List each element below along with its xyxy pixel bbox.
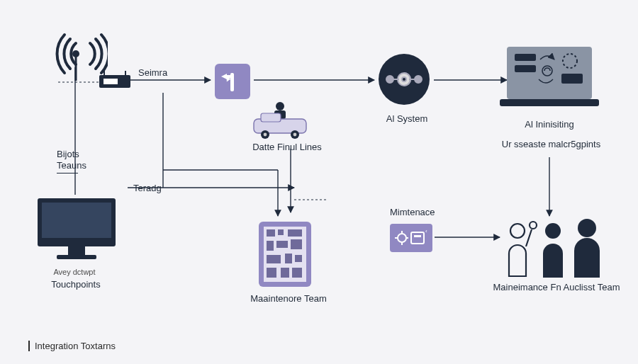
svg-point-52 bbox=[415, 76, 422, 83]
svg-rect-41 bbox=[291, 239, 302, 249]
svg-rect-57 bbox=[561, 74, 583, 84]
seimra-label: Seimra bbox=[138, 67, 167, 79]
laptop-label1: Al Ininisiting bbox=[510, 119, 588, 130]
footer-label: Integration Toxtarns bbox=[28, 341, 116, 351]
svg-rect-39 bbox=[267, 241, 274, 251]
svg-rect-43 bbox=[285, 254, 292, 263]
antenna-icon bbox=[44, 25, 108, 82]
diagram-canvas: Seimra Bijots Teauns Teradg Avey dctwpt … bbox=[0, 0, 638, 364]
svg-point-33 bbox=[293, 133, 297, 137]
tablet-label: Maaintenore Team bbox=[242, 293, 335, 305]
svg-rect-46 bbox=[281, 268, 289, 278]
svg-point-65 bbox=[510, 224, 525, 238]
maint-label: Mimtenace bbox=[390, 207, 435, 218]
svg-rect-21 bbox=[68, 246, 85, 255]
svg-rect-54 bbox=[500, 99, 599, 106]
laptop-icon bbox=[496, 42, 603, 113]
svg-point-67 bbox=[530, 222, 537, 229]
maint-panel-icon: ‹ bbox=[390, 224, 432, 252]
svg-rect-40 bbox=[276, 241, 288, 248]
team-label: Maineimance Fn Auclisst Team bbox=[482, 282, 631, 293]
monitor-icon bbox=[34, 195, 119, 266]
svg-rect-44 bbox=[295, 255, 302, 262]
svg-point-69 bbox=[578, 219, 596, 237]
direction-sign-icon bbox=[215, 64, 250, 99]
svg-point-26 bbox=[276, 102, 284, 110]
van-icon bbox=[248, 99, 312, 142]
svg-rect-29 bbox=[261, 113, 281, 122]
svg-rect-47 bbox=[292, 268, 302, 278]
svg-rect-16 bbox=[103, 79, 118, 84]
svg-rect-20 bbox=[42, 203, 111, 238]
svg-rect-56 bbox=[515, 65, 536, 72]
svg-line-66 bbox=[526, 229, 532, 246]
router-icon bbox=[99, 71, 132, 89]
svg-rect-55 bbox=[515, 54, 536, 61]
svg-rect-37 bbox=[278, 229, 284, 235]
monitor-touchpoints-label: Touchpoints bbox=[44, 279, 108, 290]
svg-rect-38 bbox=[288, 229, 302, 237]
ai-label: Al System bbox=[379, 113, 435, 125]
monitor-avey-label: Avey dctwpt bbox=[50, 268, 99, 278]
svg-point-51 bbox=[386, 76, 393, 83]
svg-rect-36 bbox=[267, 229, 275, 237]
tablet-icon bbox=[257, 220, 313, 290]
laptop-label2: Ur sseaste malcr5gpints bbox=[489, 139, 613, 150]
svg-rect-42 bbox=[267, 255, 281, 263]
van-label: Datte Finul Lines bbox=[248, 142, 326, 153]
svg-point-50 bbox=[402, 77, 406, 81]
svg-point-68 bbox=[545, 223, 561, 239]
bijots-underline bbox=[57, 173, 78, 174]
team-icon bbox=[496, 212, 610, 290]
svg-point-32 bbox=[264, 133, 267, 137]
ai-circle-icon bbox=[376, 51, 432, 108]
bijots-label: Bijots Teauns bbox=[57, 149, 99, 172]
svg-rect-45 bbox=[267, 268, 276, 278]
svg-rect-22 bbox=[57, 255, 96, 259]
svg-rect-63 bbox=[414, 235, 421, 237]
svg-text:‹: ‹ bbox=[425, 228, 427, 234]
teradg-label: Teradg bbox=[133, 183, 162, 194]
